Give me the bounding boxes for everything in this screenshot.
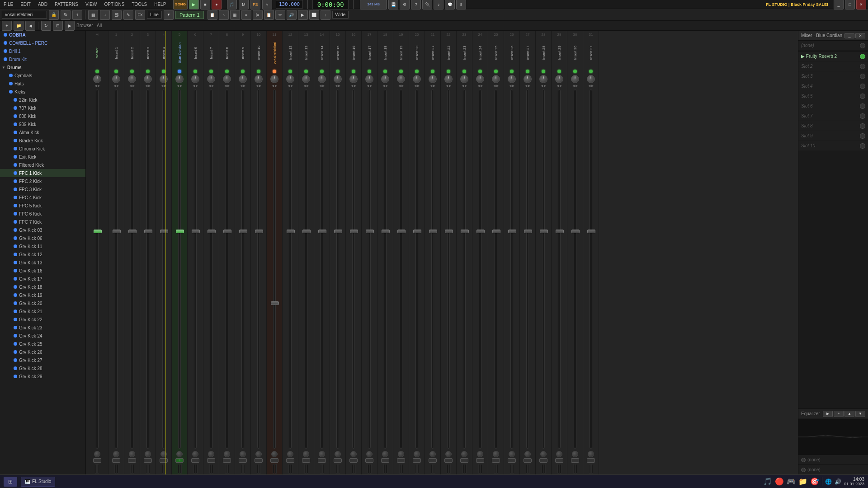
ch-fader-18[interactable] xyxy=(382,230,390,233)
view-select[interactable]: Wide xyxy=(332,11,349,19)
sidebar-item-grv-kick-29[interactable]: Grv Kick 29 xyxy=(0,372,85,380)
sidebar-item-bracke-kick[interactable]: Bracke Kick xyxy=(0,136,85,145)
ch-fader-track-2[interactable] xyxy=(131,89,133,449)
sidebar-item-exit-kick[interactable]: Exit Kick xyxy=(0,153,85,161)
taskbar-fl-studio[interactable]: 🎹 FL Studio xyxy=(21,477,55,487)
ch-led-15[interactable] xyxy=(336,70,340,73)
ch-send-knob-30[interactable] xyxy=(572,451,578,457)
sidebar-item-fpc2-kick[interactable]: FPC 2 Kick xyxy=(0,177,85,185)
ch-send-knob-7[interactable] xyxy=(208,451,214,457)
ch-fader-0[interactable] xyxy=(94,230,102,233)
ch-mute-btn-22[interactable] xyxy=(444,458,453,463)
menu-view[interactable]: VIEW xyxy=(84,2,99,7)
fx-btn[interactable]: FX xyxy=(135,10,145,20)
ch-send-knob-26[interactable] xyxy=(509,451,515,457)
ch-eq-knob-8[interactable] xyxy=(223,75,231,83)
channel-strip-4[interactable]: 4Insert 4◀▶ xyxy=(156,31,172,474)
ch-send-knob-2[interactable] xyxy=(129,451,135,457)
ch-fader-track-8[interactable] xyxy=(226,89,228,449)
ch-eq-knob-3[interactable] xyxy=(144,75,152,83)
channel-strip-28[interactable]: 28Insert 28◀▶ xyxy=(536,31,552,474)
mixer-view-btn[interactable]: M xyxy=(239,0,249,9)
stop-btn[interactable]: ■ xyxy=(200,0,210,9)
eq-btn4[interactable]: ▼ xyxy=(855,411,865,417)
ch-led-25[interactable] xyxy=(494,70,498,73)
ch-fader-28[interactable] xyxy=(540,230,548,233)
ch-led-0[interactable] xyxy=(95,70,99,73)
ch-fader-2[interactable] xyxy=(128,230,137,233)
sidebar-item-grv-kick-18[interactable]: Grv Kick 18 xyxy=(0,283,85,291)
ch-mute-btn-4[interactable] xyxy=(160,458,168,463)
menu-edit[interactable]: EDIT xyxy=(19,2,33,7)
sidebar-item-grv-kick-22[interactable]: Grv Kick 22 xyxy=(0,315,85,324)
pattern-btn7[interactable]: ✏ xyxy=(275,10,285,20)
channel-strip-29[interactable]: 29Insert 29◀▶ xyxy=(552,31,567,474)
chat-btn[interactable]: 💬 xyxy=(445,0,455,9)
menu-tools[interactable]: TOOLS xyxy=(130,2,149,7)
channel-strip-22[interactable]: 22Insert 22◀▶ xyxy=(441,31,457,474)
ch-mute-btn-24[interactable] xyxy=(476,458,484,463)
sidebar-item-filtered-kick[interactable]: Filtered Kick xyxy=(0,161,85,169)
sidebar-item-grv-kick-27[interactable]: Grv Kick 27 xyxy=(0,356,85,364)
ch-mute-btn-31[interactable] xyxy=(587,458,595,463)
fx-slot-10[interactable]: Slot 10 xyxy=(798,141,868,151)
sidebar-item-grv-kick-06[interactable]: Grv Kick 06 xyxy=(0,234,85,242)
sidebar-item-808-kick[interactable]: 808 Kick xyxy=(0,112,85,120)
ch-fader-track-5[interactable] xyxy=(178,89,181,449)
ch-fader-track-9[interactable] xyxy=(241,89,244,449)
ch-send-knob-0[interactable] xyxy=(94,451,100,457)
ch-eq-knob-24[interactable] xyxy=(476,75,484,83)
bpm-display[interactable]: 130.000 xyxy=(276,0,303,9)
ch-led-9[interactable] xyxy=(241,70,245,73)
ch-fader-15[interactable] xyxy=(334,230,342,233)
sidebar-item-grv-kick-13[interactable]: Grv Kick 13 xyxy=(0,258,85,267)
ch-fader-track-10[interactable] xyxy=(257,89,260,449)
sidebar-item-grv-kick-03[interactable]: Grv Kick 03 xyxy=(0,226,85,234)
ch-eq-knob-13[interactable] xyxy=(302,75,310,83)
channel-strip-16[interactable]: 16Insert 16◀▶ xyxy=(346,31,362,474)
ch-send-knob-25[interactable] xyxy=(493,451,499,457)
ch-fader-10[interactable] xyxy=(255,230,263,233)
ch-eq-knob-12[interactable] xyxy=(286,75,294,83)
ch-mute-btn-2[interactable] xyxy=(128,458,136,463)
ch-mute-btn-16[interactable] xyxy=(349,458,358,463)
menu-patterns[interactable]: PATTERNS xyxy=(53,2,80,7)
metronome-btn[interactable]: 🎵 xyxy=(227,0,237,9)
ch-fader-track-27[interactable] xyxy=(526,89,529,449)
sidebar-item-grv-kick-24[interactable]: Grv Kick 24 xyxy=(0,332,85,340)
ch-fader-30[interactable] xyxy=(571,230,580,233)
sidebar-item-cobra[interactable]: COBRA xyxy=(0,31,85,39)
pattern-btn10[interactable]: ⬜ xyxy=(309,10,319,20)
ch-fader-track-25[interactable] xyxy=(495,89,497,449)
ch-send-knob-4[interactable] xyxy=(160,451,167,457)
ch-fader-5[interactable] xyxy=(176,230,184,233)
ch-led-5[interactable] xyxy=(178,70,181,73)
sidebar-item-cymbals[interactable]: Cymbals xyxy=(0,71,85,80)
browser-refresh-btn[interactable]: ↻ xyxy=(41,21,51,31)
ch-fader-track-13[interactable] xyxy=(305,89,307,449)
ch-send-knob-18[interactable] xyxy=(382,451,388,457)
ch-send-knob-10[interactable] xyxy=(255,451,262,457)
ch-led-6[interactable] xyxy=(193,70,197,73)
play-btn[interactable]: ▶ xyxy=(189,0,199,9)
ch-fader-track-24[interactable] xyxy=(479,89,481,449)
ch-eq-knob-26[interactable] xyxy=(508,75,516,83)
pattern-btn8[interactable]: 🔊 xyxy=(287,10,297,20)
browser-add-btn[interactable]: + xyxy=(2,21,12,31)
ch-send-knob-9[interactable] xyxy=(240,451,246,457)
ch-mute-btn-11[interactable] xyxy=(270,458,278,463)
ch-mute-btn-18[interactable] xyxy=(381,458,389,463)
ch-send-knob-19[interactable] xyxy=(398,451,404,457)
ch-send-knob-6[interactable] xyxy=(192,451,198,457)
ch-send-knob-12[interactable] xyxy=(287,451,293,457)
grid-btn[interactable]: ▦ xyxy=(88,10,98,20)
pattern-btn3[interactable]: ▦ xyxy=(230,10,240,20)
line-arrow[interactable]: ▼ xyxy=(164,10,174,20)
ch-send-knob-22[interactable] xyxy=(445,451,452,457)
sidebar-item-grv-kick-26[interactable]: Grv Kick 26 xyxy=(0,348,85,356)
ch-fader-6[interactable] xyxy=(192,230,200,233)
ch-fader-track-14[interactable] xyxy=(321,89,323,449)
pattern-btn11[interactable]: ↓ xyxy=(321,10,330,20)
channel-strip-23[interactable]: 23Insert 23◀▶ xyxy=(457,31,472,474)
ch-eq-knob-31[interactable] xyxy=(587,75,595,83)
